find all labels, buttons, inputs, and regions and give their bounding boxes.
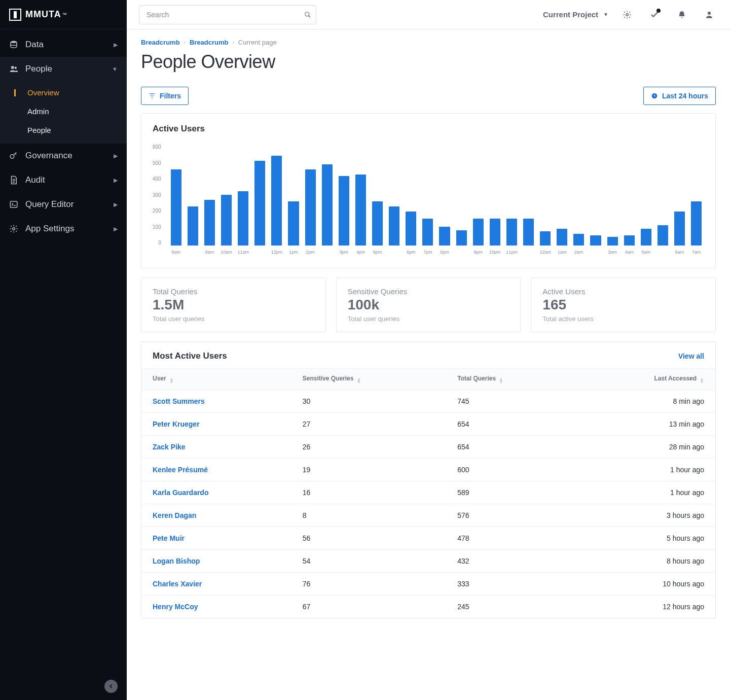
chart-bar[interactable] — [188, 206, 198, 246]
x-tick: 3am — [608, 250, 617, 255]
sidebar-subitem-admin[interactable]: Admin — [0, 102, 127, 121]
chart-bar[interactable] — [422, 219, 433, 246]
gear-icon — [9, 224, 18, 233]
chart-bar[interactable] — [540, 231, 551, 246]
column-header-sensitive[interactable]: Sensitive Queries▲▼ — [291, 369, 447, 390]
chart-bar[interactable] — [221, 195, 232, 246]
chart-y-axis: 6005004003002001000 — [153, 144, 166, 246]
sidebar-item-query-editor[interactable]: Query Editor ▶ — [0, 192, 127, 217]
sidebar-subitem-overview[interactable]: Overview — [0, 83, 127, 102]
sort-icon: ▲▼ — [169, 377, 174, 383]
chevron-right-icon: ▶ — [114, 42, 118, 48]
chart-bar[interactable] — [573, 234, 584, 246]
cell-total: 654 — [446, 436, 577, 459]
toolbar: Filters Last 24 hours — [141, 87, 716, 105]
cell-sensitive: 27 — [291, 413, 447, 436]
project-picker[interactable]: Current Project ▼ — [543, 10, 608, 19]
chart-bar[interactable] — [490, 219, 500, 246]
user-link[interactable]: Charles Xavier — [153, 580, 202, 588]
chart-bar[interactable] — [406, 212, 416, 246]
chart-bar[interactable] — [691, 201, 702, 246]
project-label: Current Project — [543, 10, 598, 19]
search-icon[interactable] — [304, 11, 311, 18]
profile-button[interactable] — [701, 6, 718, 23]
sidebar-item-label: Data — [25, 40, 44, 50]
sidebar-item-governance[interactable]: Governance ▶ — [0, 144, 127, 168]
chart-bar[interactable] — [473, 219, 484, 246]
clock-icon — [651, 92, 658, 99]
sidebar-item-audit[interactable]: Audit ▶ — [0, 168, 127, 192]
chart-bar[interactable] — [624, 235, 635, 246]
chart-bar[interactable] — [372, 201, 383, 246]
x-tick: 12pm — [271, 250, 283, 255]
chart-bar[interactable] — [254, 161, 265, 246]
chart-bar[interactable] — [305, 169, 316, 246]
breadcrumb-link[interactable]: Breadcrumb — [141, 39, 180, 46]
filters-button[interactable]: Filters — [141, 87, 189, 105]
table-row: Zack Pike 26 654 28 min ago — [141, 436, 715, 459]
chart-bar[interactable] — [271, 156, 282, 246]
chart-bar[interactable] — [439, 227, 450, 246]
chart-bar[interactable] — [658, 225, 668, 246]
chevron-down-icon: ▼ — [112, 66, 118, 72]
stat-sub: Total user queries — [348, 315, 509, 323]
cell-sensitive: 67 — [291, 596, 447, 618]
document-icon — [9, 176, 18, 185]
chevron-right-icon: ▶ — [114, 226, 118, 232]
chart-bar[interactable] — [171, 169, 181, 246]
view-all-link[interactable]: View all — [678, 352, 704, 360]
svg-rect-4 — [10, 201, 17, 207]
chart-bar[interactable] — [456, 230, 467, 246]
time-range-button[interactable]: Last 24 hours — [643, 87, 716, 105]
user-link[interactable]: Zack Pike — [153, 443, 186, 451]
chart-bar[interactable] — [288, 201, 299, 246]
chart-bar[interactable] — [238, 191, 248, 246]
user-link[interactable]: Peter Krueger — [153, 420, 200, 428]
tasks-button[interactable] — [646, 6, 663, 23]
user-link[interactable]: Keren Dagan — [153, 511, 196, 519]
chart-bar[interactable] — [607, 237, 618, 246]
chart-bar[interactable] — [506, 219, 517, 246]
stat-card-sensitive-queries: Sensitive Queries 100k Total user querie… — [336, 277, 521, 332]
column-header-user[interactable]: User▲▼ — [141, 369, 291, 390]
chart-title: Active Users — [153, 124, 704, 134]
svg-point-2 — [15, 67, 17, 69]
chart-bar[interactable] — [339, 176, 349, 246]
chart-bar[interactable] — [204, 200, 215, 246]
cell-sensitive: 16 — [291, 481, 447, 504]
stats-row: Total Queries 1.5M Total user queries Se… — [141, 277, 716, 332]
sidebar-item-app-settings[interactable]: App Settings ▶ — [0, 217, 127, 241]
chart-bar[interactable] — [355, 174, 366, 246]
table-row: Henry McCoy 67 245 12 hours ago — [141, 596, 715, 618]
chart-bar[interactable] — [674, 212, 685, 246]
user-link[interactable]: Pete Muir — [153, 534, 185, 542]
gear-icon — [623, 10, 632, 19]
chart-bar[interactable] — [590, 235, 601, 246]
sidebar-item-data[interactable]: Data ▶ — [0, 32, 127, 57]
column-header-last-accessed[interactable]: Last Accessed▲▼ — [577, 369, 715, 390]
stat-sub: Total active users — [542, 315, 704, 323]
collapse-sidebar-button[interactable] — [104, 680, 118, 693]
notifications-button[interactable] — [673, 6, 690, 23]
cell-last-accessed: 28 min ago — [577, 436, 715, 459]
user-link[interactable]: Logan Bishop — [153, 557, 200, 565]
logo[interactable]: MMUTA ™ — [0, 0, 127, 29]
breadcrumb-link[interactable]: Breadcrumb — [190, 39, 229, 46]
chart-bar[interactable] — [322, 164, 333, 246]
chart-bar[interactable] — [557, 229, 567, 246]
chart-bar[interactable] — [523, 219, 534, 246]
chart-bar[interactable] — [389, 206, 399, 246]
sort-icon: ▲▼ — [700, 377, 704, 383]
sidebar-item-people[interactable]: People ▼ — [0, 57, 127, 81]
sidebar-subitem-people[interactable]: People — [0, 121, 127, 139]
x-tick: 11pm — [506, 250, 518, 255]
settings-button[interactable] — [618, 6, 636, 23]
search-input[interactable] — [139, 5, 316, 24]
user-link[interactable]: Kenlee Présumé — [153, 466, 208, 474]
column-header-total[interactable]: Total Queries▲▼ — [446, 369, 577, 390]
x-tick: 4am — [625, 250, 634, 255]
chart-bar[interactable] — [641, 229, 651, 246]
user-link[interactable]: Scott Summers — [153, 397, 205, 405]
user-link[interactable]: Karla Guardardo — [153, 488, 208, 497]
user-link[interactable]: Henry McCoy — [153, 603, 198, 611]
